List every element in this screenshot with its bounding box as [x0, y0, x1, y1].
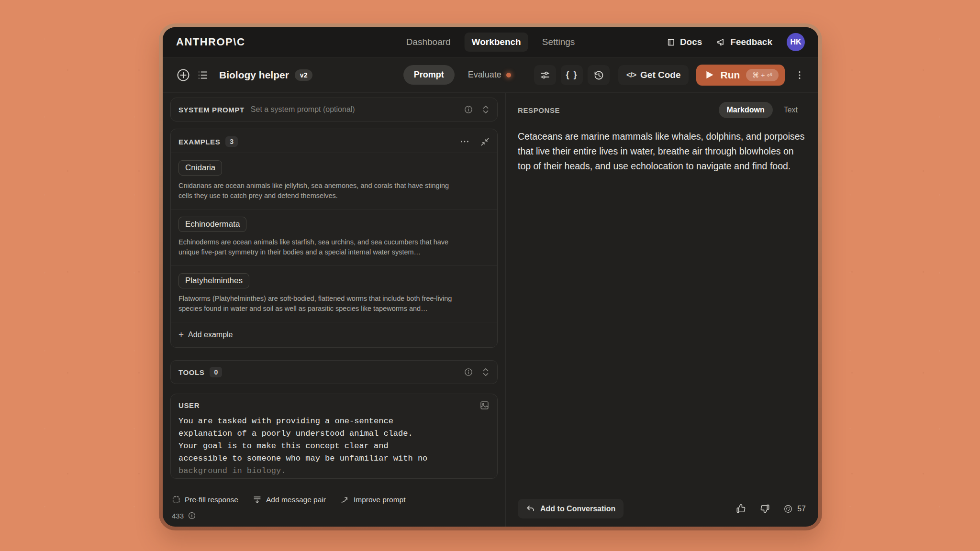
example-tag[interactable]: Platyhelminthes: [178, 273, 249, 288]
thumbs-down-button[interactable]: [759, 503, 770, 514]
docs-link[interactable]: Docs: [667, 37, 702, 47]
collapse-icon[interactable]: [480, 137, 490, 146]
format-markdown-tab[interactable]: Markdown: [719, 102, 773, 118]
user-message-card[interactable]: USER You are tasked with providing a one…: [170, 394, 498, 479]
braces-icon: { }: [566, 70, 578, 80]
plus-icon: +: [178, 330, 184, 339]
return-arrow-icon: [526, 504, 535, 513]
tools-count-badge: 0: [210, 367, 222, 377]
toolbar-icon-group: { }: [534, 65, 610, 85]
sliders-icon: [539, 69, 551, 81]
system-prompt-label: SYSTEM PROMPT: [178, 106, 245, 114]
example-text: Cnidarians are ocean animals like jellyf…: [178, 181, 458, 201]
info-icon[interactable]: [464, 105, 473, 114]
example-text: Echinoderms are ocean animals like starf…: [178, 237, 458, 257]
user-avatar[interactable]: HK: [787, 33, 805, 51]
docs-icon: [667, 38, 676, 47]
get-code-label: Get Code: [640, 70, 680, 80]
example-tag[interactable]: Echinodermata: [178, 217, 246, 232]
example-item[interactable]: Cnidaria Cnidarians are ocean animals li…: [171, 153, 497, 209]
token-chip-icon: [783, 504, 793, 514]
workbench-window: ANTHROP\C Dashboard Workbench Settings D…: [163, 27, 818, 527]
add-to-conversation-button[interactable]: Add to Conversation: [518, 499, 624, 518]
example-text: Flatworms (Platyhelminthes) are soft-bod…: [178, 294, 458, 314]
info-icon[interactable]: [188, 511, 196, 520]
kebab-menu-icon: [794, 70, 805, 80]
run-label: Run: [720, 69, 740, 81]
user-label: USER: [178, 401, 200, 409]
top-nav: ANTHROP\C Dashboard Workbench Settings D…: [163, 27, 818, 57]
history-icon: [593, 69, 604, 81]
mode-tabs: Prompt Evaluate: [403, 65, 522, 85]
docs-label: Docs: [680, 37, 702, 47]
message-pair-icon: [253, 495, 262, 504]
prompt-actions-row: Pre-fill response Add message pair Impro…: [170, 487, 498, 504]
nav-utilities: Docs Feedback HK: [667, 33, 805, 51]
prompt-token-value: 433: [172, 512, 184, 520]
prefill-response-button[interactable]: Pre-fill response: [172, 496, 238, 504]
tab-prompt[interactable]: Prompt: [403, 65, 455, 85]
main-content: SYSTEM PROMPT Set a system prompt (optio…: [163, 93, 818, 527]
new-prompt-button[interactable]: [173, 65, 193, 85]
examples-more-icon[interactable]: [459, 136, 470, 147]
version-badge[interactable]: v2: [295, 69, 313, 81]
list-icon: [196, 68, 210, 82]
user-message-text[interactable]: You are tasked with providing a one-sent…: [178, 415, 490, 477]
play-icon: [706, 70, 714, 79]
evaluate-status-dot: [506, 73, 511, 77]
more-options-button[interactable]: [791, 67, 808, 83]
expand-chevrons-icon[interactable]: [482, 367, 490, 377]
format-text-tab[interactable]: Text: [776, 102, 806, 118]
plus-circle-icon: [176, 68, 190, 82]
example-item[interactable]: Echinodermata Echinoderms are ocean anim…: [171, 209, 497, 265]
nav-dashboard[interactable]: Dashboard: [399, 33, 458, 52]
toolbar: Biology helper v2 Prompt Evaluate: [163, 57, 818, 93]
tools-label: TOOLS: [178, 368, 204, 376]
image-attach-icon[interactable]: [479, 400, 490, 410]
history-button[interactable]: [588, 65, 610, 85]
examples-count-badge: 3: [225, 136, 238, 147]
prefill-label: Pre-fill response: [185, 496, 238, 504]
tab-evaluate[interactable]: Evaluate: [457, 65, 522, 85]
nav-tabs: Dashboard Workbench Settings: [399, 33, 582, 52]
get-code-button[interactable]: </> Get Code: [618, 65, 689, 85]
response-token-count: 57: [783, 504, 806, 514]
example-item[interactable]: Platyhelminthes Flatworms (Platyhelminth…: [171, 265, 497, 322]
expand-chevrons-icon[interactable]: [482, 105, 490, 114]
prefill-icon: [172, 496, 180, 504]
project-title[interactable]: Biology helper: [219, 69, 289, 81]
anthropic-logo: ANTHROP\C: [176, 36, 245, 48]
run-shortcut: ⌘ + ⏎: [746, 69, 779, 81]
megaphone-icon: [716, 37, 726, 47]
system-prompt-section[interactable]: SYSTEM PROMPT Set a system prompt (optio…: [170, 98, 498, 121]
nav-settings[interactable]: Settings: [535, 33, 582, 52]
feedback-link[interactable]: Feedback: [716, 37, 772, 47]
add-to-conversation-label: Add to Conversation: [540, 505, 615, 513]
add-example-label: Add example: [188, 331, 233, 339]
response-pane: RESPONSE Markdown Text Cetaceans are mar…: [506, 93, 818, 527]
prompt-pane: SYSTEM PROMPT Set a system prompt (optio…: [163, 93, 506, 527]
improve-prompt-button[interactable]: Improve prompt: [340, 495, 406, 504]
model-settings-button[interactable]: [534, 65, 556, 85]
run-button[interactable]: Run ⌘ + ⏎: [696, 65, 785, 86]
info-icon[interactable]: [464, 367, 473, 377]
response-label: RESPONSE: [518, 106, 560, 114]
code-icon: </>: [626, 71, 636, 79]
prompt-token-count: 433: [170, 511, 498, 520]
thumbs-up-button[interactable]: [735, 503, 746, 514]
prompt-list-button[interactable]: [193, 66, 212, 85]
improve-prompt-icon: [340, 495, 349, 504]
response-footer: Add to Conversation 57: [518, 499, 806, 518]
tools-section[interactable]: TOOLS 0: [170, 360, 498, 384]
variables-button[interactable]: { }: [561, 65, 583, 85]
example-tag[interactable]: Cnidaria: [178, 160, 222, 176]
nav-workbench[interactable]: Workbench: [465, 33, 528, 52]
response-header: RESPONSE Markdown Text: [518, 102, 806, 118]
examples-header: EXAMPLES 3: [171, 129, 497, 153]
add-example-button[interactable]: + Add example: [171, 322, 497, 347]
add-message-pair-label: Add message pair: [266, 496, 326, 504]
examples-section: EXAMPLES 3 Cnidaria C: [170, 129, 498, 348]
add-message-pair-button[interactable]: Add message pair: [253, 495, 326, 504]
improve-prompt-label: Improve prompt: [354, 496, 406, 504]
feedback-label: Feedback: [730, 37, 772, 47]
